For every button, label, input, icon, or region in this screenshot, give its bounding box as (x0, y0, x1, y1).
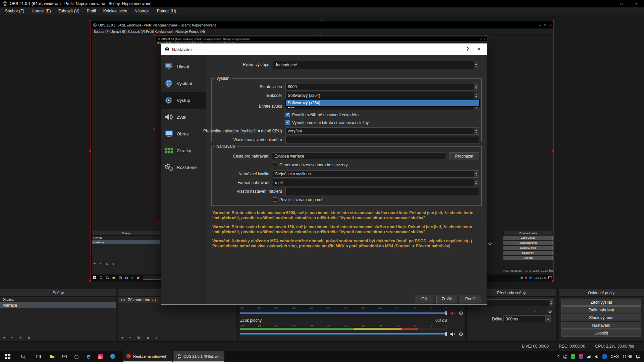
edge-button[interactable]: e (83, 351, 95, 362)
spinner-icon[interactable] (474, 61, 479, 69)
up-icon[interactable]: ∧ (19, 335, 22, 340)
encoder-dropdown[interactable]: Softwarový (x264) (285, 100, 480, 107)
search-button[interactable] (15, 351, 31, 362)
studio-mode-button[interactable]: Studiový mód (561, 314, 641, 321)
spinner-icon[interactable] (474, 128, 479, 134)
gear-icon[interactable] (548, 309, 552, 313)
instagram-button[interactable] (95, 351, 107, 362)
no-space-filename-checkbox[interactable] (273, 163, 277, 167)
spinner-icon[interactable] (474, 171, 479, 177)
exit-button[interactable]: Ukončit (561, 329, 641, 337)
enforce-bitrate-checkbox-row[interactable]: Vynutit omezení bitratu streamovací služ… (285, 120, 369, 125)
menu-kolekce-scen[interactable]: Kolekce scén (100, 7, 131, 15)
spinner-icon[interactable] (474, 83, 479, 90)
eye-icon[interactable] (121, 298, 125, 302)
add-icon[interactable]: + (3, 335, 6, 340)
tray-icon-green[interactable] (571, 354, 575, 359)
no-space-filename-checkbox-row[interactable]: Generovat název souboru bez mezery (273, 162, 347, 167)
replay-buffer-checkbox-row[interactable]: Povolit záznam od paměti (273, 197, 325, 202)
capture-handle-icon[interactable]: × (153, 127, 155, 131)
capture-handle-icon[interactable]: × (552, 279, 554, 283)
action-center-icon[interactable] (636, 354, 641, 359)
capture-handle-icon[interactable]: × (89, 279, 91, 283)
custom-encoder-settings-field[interactable] (285, 136, 479, 143)
capture-handle-icon[interactable]: × (552, 19, 554, 22)
tray-icon-red-blue[interactable] (579, 354, 583, 359)
store-button[interactable] (70, 351, 83, 362)
output-mode-select[interactable]: Jednoduché (273, 61, 479, 69)
cancel-button[interactable]: Zrušit (436, 295, 457, 303)
duration-field[interactable]: 300ms (503, 315, 551, 322)
scene-row-selected[interactable]: warface (0, 302, 116, 308)
advanced-encoder-checkbox-row[interactable]: Povolit rozšířené nastavení enkodéru (285, 112, 359, 117)
minimize-icon[interactable]: ─ (599, 0, 614, 7)
network-icon[interactable] (587, 355, 591, 359)
up-icon[interactable]: ∧ (146, 335, 150, 340)
clock[interactable]: 11:49 (623, 354, 632, 359)
remove-icon[interactable]: − (541, 309, 543, 314)
custom-muxer-settings-field[interactable] (285, 188, 479, 195)
speaker-icon[interactable] (450, 331, 455, 337)
recording-format-select[interactable]: mp4 (273, 179, 479, 186)
remove-icon[interactable]: − (129, 335, 132, 340)
start-streaming-button[interactable]: Začít vysílat (561, 299, 641, 306)
tray-chevron-icon[interactable]: ^ (557, 355, 559, 359)
maximize-icon[interactable]: □ (614, 0, 629, 7)
capture-handle-icon[interactable]: × (319, 34, 321, 37)
encoder-select[interactable]: Softwarový (x264) (285, 92, 479, 99)
spinner-icon[interactable] (474, 92, 479, 99)
capture-handle-icon[interactable]: × (320, 19, 322, 22)
enforce-bitrate-checkbox[interactable] (285, 120, 290, 125)
capture-handle-icon[interactable]: × (552, 149, 554, 153)
capture-handle-icon[interactable]: × (89, 149, 91, 153)
settings-button[interactable]: Nastavení (561, 322, 641, 329)
video-bitrate-field[interactable]: 8000 (285, 83, 479, 90)
menu-profil[interactable]: Profil (83, 7, 99, 15)
advanced-encoder-checkbox[interactable] (285, 113, 290, 117)
apply-button[interactable]: Použít (461, 295, 481, 303)
spinner-icon[interactable] (474, 179, 479, 186)
down-icon[interactable]: ∨ (155, 335, 158, 340)
gear-icon[interactable] (137, 336, 141, 340)
add-icon[interactable]: + (534, 309, 536, 314)
menu-pomoc[interactable]: Pomoc (H) (153, 7, 180, 15)
language-indicator[interactable]: CES (610, 354, 619, 359)
gear-icon[interactable] (458, 311, 464, 316)
spinner-icon[interactable] (545, 316, 550, 322)
volume-slider[interactable] (240, 311, 447, 315)
replay-buffer-checkbox[interactable] (273, 197, 277, 202)
close-icon[interactable]: × (478, 46, 481, 52)
mail-button[interactable] (58, 351, 70, 362)
speaker-muted-icon[interactable] (450, 311, 455, 316)
remove-icon[interactable]: − (11, 335, 14, 340)
volume-slider[interactable] (240, 331, 447, 336)
menu-upravit[interactable]: Upravit (E) (28, 7, 54, 15)
capture-handle-icon[interactable]: × (153, 34, 155, 37)
taskbar-app-obs[interactable]: OBS 21.0.1 (64bit, win... (173, 351, 224, 362)
down-icon[interactable]: ∨ (28, 335, 31, 340)
start-recording-button[interactable]: Začít nahrávat (561, 306, 641, 313)
taskbar-app-reakce[interactable]: Reakce na odpověď - ... (123, 351, 172, 362)
menu-soubor[interactable]: Soubor (F) (1, 7, 28, 15)
sidebar-item-zvuk[interactable]: Zvuk (161, 109, 206, 125)
encoder-dropdown-option[interactable]: Softwarový (x264) (286, 100, 479, 106)
capture-handle-icon[interactable]: × (89, 19, 91, 22)
recording-path-field[interactable]: E:/videa warface (272, 153, 446, 160)
close-icon[interactable]: × (629, 0, 644, 7)
encoder-preset-select[interactable]: veryfast (285, 127, 479, 135)
gear-icon[interactable] (458, 331, 464, 337)
recording-quality-select[interactable]: Stejná jako vysílaná (273, 170, 479, 178)
menu-nastroje[interactable]: Nástroje (131, 7, 153, 15)
pinned-app-button[interactable] (107, 351, 119, 362)
browse-button[interactable]: Procházet (449, 152, 479, 160)
capture-handle-icon[interactable]: × (485, 34, 487, 37)
volume-icon[interactable] (595, 355, 599, 359)
add-icon[interactable]: + (121, 335, 124, 340)
start-button[interactable] (0, 351, 15, 362)
tray-icon-blue[interactable] (602, 354, 607, 359)
menu-zobrazit[interactable]: Zobrazit (V) (55, 7, 83, 15)
task-view-button[interactable] (31, 351, 46, 362)
spinner-icon[interactable] (549, 300, 554, 306)
ok-button[interactable]: OK (416, 295, 433, 303)
scene-row[interactable]: Scéna (0, 297, 116, 302)
